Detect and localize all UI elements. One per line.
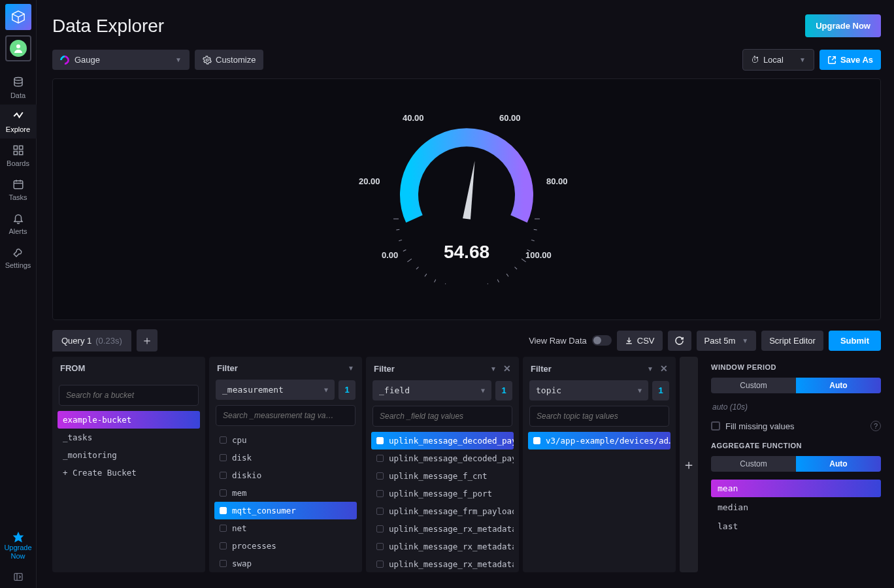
list-item[interactable]: uplink_message_decoded_payl…	[371, 432, 514, 449]
list-item[interactable]: uplink_message_decoded_payl…	[371, 449, 514, 467]
avatar[interactable]	[5, 35, 31, 61]
checkbox-icon	[376, 561, 384, 568]
aggregate-segment[interactable]: Custom Auto	[711, 456, 881, 472]
add-query-button[interactable]: ＋	[137, 329, 157, 351]
list-item-label: cpu	[232, 435, 247, 445]
collapse-sidebar-icon[interactable]	[0, 566, 37, 588]
segment-custom[interactable]: Custom	[711, 378, 796, 393]
upgrade-now-button[interactable]: Upgrade Now	[805, 14, 881, 37]
customize-label: Customize	[216, 55, 256, 65]
script-editor-button[interactable]: Script Editor	[761, 331, 823, 351]
sidebar-item-explore[interactable]: Explore	[0, 105, 37, 139]
caret-down-icon[interactable]: ▼	[348, 365, 354, 372]
aggregate-item[interactable]: mean	[711, 480, 881, 497]
save-as-button[interactable]: Save As	[820, 50, 881, 70]
add-filter-button[interactable]: ＋	[680, 357, 698, 572]
calendar-icon	[12, 178, 25, 191]
filter-search-input[interactable]	[372, 406, 512, 427]
viz-type-label: Gauge	[74, 55, 100, 65]
segment-auto[interactable]: Auto	[796, 456, 881, 472]
aggregate-item[interactable]: last	[711, 517, 881, 535]
list-item[interactable]: uplink_message_rx_metadata_…	[371, 520, 514, 538]
list-item[interactable]: v3/app-example/devices/ad…	[528, 432, 670, 449]
filter-key-select[interactable]: _field▼	[372, 380, 491, 400]
list-item[interactable]: uplink_message_f_cnt	[371, 467, 514, 485]
bucket-list-item[interactable]: example-bucket	[58, 411, 200, 429]
list-item[interactable]: uplink_message_rx_metadata_…	[371, 538, 514, 555]
sidebar-item-settings[interactable]: Settings	[0, 240, 37, 274]
checkbox-icon	[220, 454, 227, 461]
sidebar-item-tasks[interactable]: Tasks	[0, 172, 37, 206]
bucket-list-item[interactable]: + Create Bucket	[58, 464, 200, 482]
window-auto-note: auto (10s)	[711, 400, 881, 414]
filter-header: Filter	[531, 364, 552, 374]
grid-icon	[12, 144, 25, 157]
list-item-label: mqtt_consumer	[232, 506, 296, 515]
list-item-label: uplink_message_decoded_payl…	[389, 453, 514, 463]
list-item[interactable]: swap	[214, 555, 357, 572]
filter-search-input[interactable]	[216, 405, 356, 426]
list-item[interactable]: net	[214, 519, 357, 537]
gauge-chart: 0.00 20.00 40.00 60.00 80.00 100.00 54.6…	[362, 114, 571, 284]
list-item[interactable]: diskio	[214, 466, 357, 484]
window-period-segment[interactable]: Custom Auto	[711, 378, 881, 393]
fill-missing-checkbox[interactable]: Fill missing values ?	[711, 421, 881, 431]
sidebar-label: Settings	[5, 261, 31, 269]
svg-point-2	[16, 44, 20, 48]
timezone-select[interactable]: ⏱Local ▼	[742, 49, 814, 71]
list-item[interactable]: disk	[214, 449, 357, 466]
list-item-label: uplink_message_frm_payload	[389, 506, 514, 516]
sidebar-label: Explore	[6, 125, 30, 133]
svg-line-28	[488, 284, 489, 284]
list-item[interactable]: cpu	[214, 431, 357, 449]
view-raw-data-toggle[interactable]: View Raw Data	[529, 335, 612, 346]
gauge-tick: 80.00	[546, 176, 568, 186]
sidebar-item-boards[interactable]: Boards	[0, 139, 37, 172]
customize-button[interactable]: Customize	[195, 50, 263, 70]
aggregate-item[interactable]: median	[711, 498, 881, 516]
list-item[interactable]: uplink_message_rx_metadata_…	[371, 555, 514, 572]
caret-down-icon[interactable]: ▼	[490, 365, 497, 372]
gauge-tick: 40.00	[403, 113, 424, 123]
caret-down-icon[interactable]: ▼	[647, 365, 654, 372]
filter-key-select[interactable]: topic▼	[529, 380, 648, 400]
sidebar-label: Alerts	[8, 227, 27, 235]
filter-search-input[interactable]	[529, 406, 669, 427]
sidebar-item-alerts[interactable]: Alerts	[0, 206, 37, 240]
list-item[interactable]: mqtt_consumer	[214, 502, 357, 519]
help-icon[interactable]: ?	[870, 421, 881, 431]
bucket-search-input[interactable]	[59, 385, 199, 406]
sidebar-item-data[interactable]: Data	[0, 71, 37, 105]
close-icon[interactable]: ✕	[503, 363, 511, 374]
time-range-select[interactable]: Past 5m ▼	[697, 331, 757, 351]
segment-custom[interactable]: Custom	[711, 456, 796, 472]
checkbox-icon	[533, 437, 540, 444]
filter-key-select[interactable]: _measurement▼	[216, 380, 335, 400]
list-item-label: uplink_message_f_port	[389, 489, 492, 498]
list-item[interactable]: mem	[214, 484, 357, 502]
list-item[interactable]: uplink_message_frm_payload	[371, 502, 514, 520]
logo-icon[interactable]	[5, 4, 31, 30]
sidebar-upgrade[interactable]: Upgrade Now	[0, 525, 37, 566]
checkbox-icon	[711, 421, 720, 431]
svg-line-34	[531, 240, 535, 241]
close-icon[interactable]: ✕	[660, 363, 668, 374]
checkbox-icon	[376, 543, 384, 550]
list-item[interactable]: uplink_message_f_port	[371, 485, 514, 502]
checkbox-icon	[220, 525, 227, 532]
refresh-button[interactable]	[668, 331, 691, 351]
gauge-value: 54.68	[362, 242, 571, 263]
submit-button[interactable]: Submit	[829, 331, 881, 351]
bucket-list-item[interactable]: _monitoring	[58, 446, 200, 464]
viz-type-select[interactable]: Gauge ▼	[52, 50, 190, 70]
list-item-label: uplink_message_rx_metadata_…	[389, 542, 514, 551]
filter-key-label: topic	[536, 385, 561, 395]
filter-count: 1	[495, 381, 512, 400]
csv-button[interactable]: CSV	[617, 331, 663, 351]
list-item[interactable]: processes	[214, 537, 357, 555]
segment-auto[interactable]: Auto	[796, 378, 881, 393]
query-tab[interactable]: Query 1 (0.23s)	[52, 330, 131, 351]
checkbox-icon	[376, 455, 384, 462]
bucket-list-item[interactable]: _tasks	[58, 429, 200, 446]
svg-marker-12	[12, 531, 24, 542]
